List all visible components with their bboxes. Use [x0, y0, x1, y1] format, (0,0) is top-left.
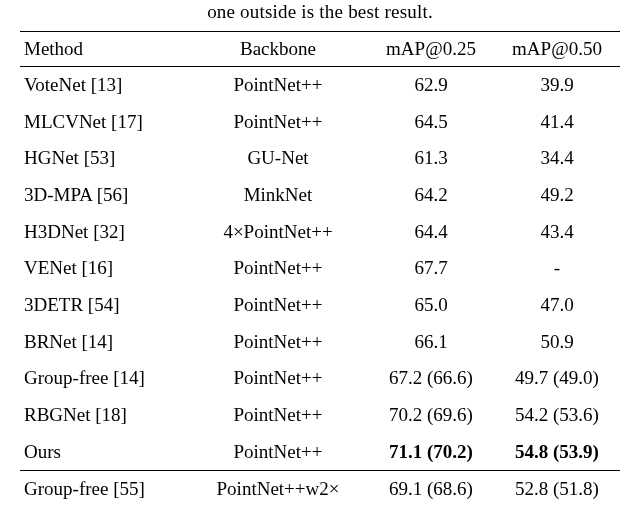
cell-backbone: 4×PointNet++	[188, 213, 368, 250]
cell-backbone: PointNet++	[188, 396, 368, 433]
cell-map25: 67.2 (66.6)	[368, 360, 494, 397]
cell-backbone: PointNet++	[188, 103, 368, 140]
cell-map25: 61.3	[368, 140, 494, 177]
cell-map50: 54.2 (53.6)	[494, 396, 620, 433]
table-row: BRNet [14]PointNet++66.150.9	[20, 323, 620, 360]
cell-backbone: PointNet++	[188, 433, 368, 470]
cell-map50: 49.7 (49.0)	[494, 360, 620, 397]
cell-method: Ours	[20, 433, 188, 470]
cell-method: Group-free [14]	[20, 360, 188, 397]
cell-method: H3DNet [32]	[20, 213, 188, 250]
table-row: OursPointNet++71.1 (70.2)54.8 (53.9)	[20, 433, 620, 470]
table-row: VoteNet [13]PointNet++62.939.9	[20, 66, 620, 103]
table-row: Group-free [55]PointNet++w2×69.1 (68.6)5…	[20, 470, 620, 507]
cell-backbone: PointNet++w2×	[188, 470, 368, 507]
cell-map25: 70.6 (69.9)	[368, 507, 494, 518]
cell-method: VENet [16]	[20, 250, 188, 287]
table-body: VoteNet [13]PointNet++62.939.9MLCVNet [1…	[20, 66, 620, 518]
cell-method: Group-free [55]	[20, 470, 188, 507]
cell-map25: 70.2 (69.6)	[368, 396, 494, 433]
header-map50: mAP@0.50	[494, 31, 620, 66]
table-row: Group-free [14]PointNet++67.2 (66.6)49.7…	[20, 360, 620, 397]
cell-map50: 52.8 (51.8)	[494, 470, 620, 507]
cell-map25: 64.5	[368, 103, 494, 140]
table-header: Method Backbone mAP@0.25 mAP@0.50	[20, 31, 620, 66]
cell-backbone: PointNet++	[188, 250, 368, 287]
caption-tail: one outside is the best result.	[20, 0, 620, 25]
cell-map50: 55.2 (54.7)	[494, 507, 620, 518]
cell-method: MLCVNet [17]	[20, 103, 188, 140]
cell-map25: 67.7	[368, 250, 494, 287]
table-row: 3D-MPA [56]MinkNet64.249.2	[20, 177, 620, 214]
table-row: MLCVNet [17]PointNet++64.541.4	[20, 103, 620, 140]
cell-map25: 64.4	[368, 213, 494, 250]
cell-map50: 50.9	[494, 323, 620, 360]
cell-backbone: PointNet++	[188, 66, 368, 103]
results-table: Method Backbone mAP@0.25 mAP@0.50 VoteNe…	[20, 31, 620, 518]
cell-map50: 47.0	[494, 287, 620, 324]
header-method: Method	[20, 31, 188, 66]
cell-backbone: MinkNet	[188, 177, 368, 214]
header-backbone: Backbone	[188, 31, 368, 66]
cell-backbone: GU-Net	[188, 140, 368, 177]
cell-map50: 54.8 (53.9)	[494, 433, 620, 470]
cell-map50: 49.2	[494, 177, 620, 214]
page: one outside is the best result. Method B…	[0, 0, 640, 518]
cell-backbone: PointNet++	[188, 360, 368, 397]
cell-backbone: PointNet++	[188, 323, 368, 360]
cell-method: RBGNet [18]	[20, 507, 188, 518]
cell-map25: 64.2	[368, 177, 494, 214]
cell-backbone: PointNet++	[188, 287, 368, 324]
cell-map50: 34.4	[494, 140, 620, 177]
cell-map25: 66.1	[368, 323, 494, 360]
cell-map25: 71.1 (70.2)	[368, 433, 494, 470]
cell-method: RBGNet [18]	[20, 396, 188, 433]
cell-method: BRNet [14]	[20, 323, 188, 360]
cell-backbone: PointNet++w2×	[188, 507, 368, 518]
cell-map25: 69.1 (68.6)	[368, 470, 494, 507]
cell-method: HGNet [53]	[20, 140, 188, 177]
cell-map25: 65.0	[368, 287, 494, 324]
cell-map50: 39.9	[494, 66, 620, 103]
cell-method: 3D-MPA [56]	[20, 177, 188, 214]
table-row: 3DETR [54]PointNet++65.047.0	[20, 287, 620, 324]
header-map25: mAP@0.25	[368, 31, 494, 66]
cell-method: VoteNet [13]	[20, 66, 188, 103]
cell-map50: 43.4	[494, 213, 620, 250]
table-row: RBGNet [18]PointNet++w2×70.6 (69.9)55.2 …	[20, 507, 620, 518]
cell-map25: 62.9	[368, 66, 494, 103]
cell-method: 3DETR [54]	[20, 287, 188, 324]
table-row: RBGNet [18]PointNet++70.2 (69.6)54.2 (53…	[20, 396, 620, 433]
table-row: H3DNet [32]4×PointNet++64.443.4	[20, 213, 620, 250]
cell-map50: -	[494, 250, 620, 287]
table-row: HGNet [53]GU-Net61.334.4	[20, 140, 620, 177]
cell-map50: 41.4	[494, 103, 620, 140]
table-row: VENet [16]PointNet++67.7-	[20, 250, 620, 287]
